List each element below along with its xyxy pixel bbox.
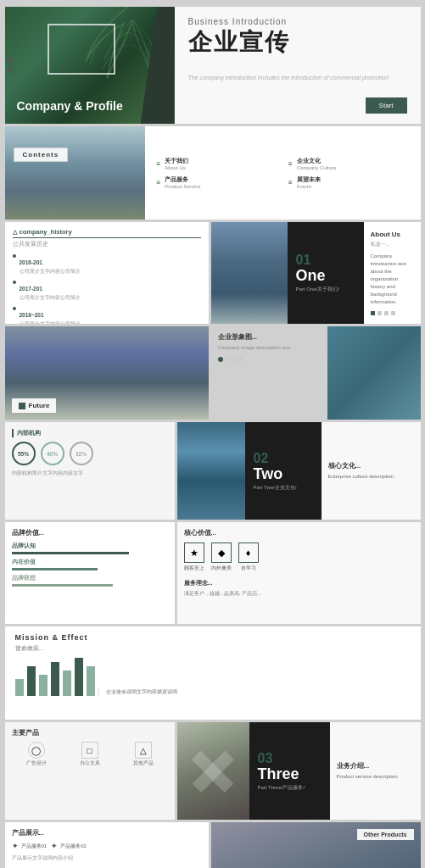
culture-title: 核心价值... (184, 529, 414, 537)
cover-subtitle: The company introduction includes the in… (188, 73, 407, 82)
slide-word-three: Three (258, 766, 322, 782)
circle-3: 32% (70, 442, 93, 465)
contents-icon-1: ≡ (157, 160, 161, 168)
slide-num-02: 02 (254, 451, 313, 466)
inner-text: 内部机构简介文字内容内容文字 (12, 470, 168, 477)
row-inner: 内部机构 55% 40% 32% 内部机构简介文字内容内容文字 02 Two P… (5, 422, 421, 520)
brand-item-3: 品牌联想 (12, 575, 168, 587)
dot-1 (371, 311, 375, 315)
about-img-text: Company image description text (218, 344, 321, 352)
slide-main-left: 主要产品 ◯ 广告设计 □ 办公文具 △ 其他产品 (5, 722, 175, 820)
triangle-icon: △ (13, 229, 17, 236)
slide-two: 02 Two Part Two/企业文化/ 核心文化... Enterprise… (177, 422, 421, 520)
brand-label-2: 内在价值 (12, 559, 168, 566)
chart-bar-3 (39, 675, 48, 696)
about-left-content: 企业形象图... Company image description text (211, 326, 327, 420)
three-right-panel: 业务介绍... Product service description (330, 722, 421, 820)
slide-contents: Contents ≡ 关于我们 About Us ≡ 企业文化 Company … (5, 126, 421, 220)
contents-icon-2: ≡ (288, 160, 293, 168)
mission-title: Mission & Effect (15, 633, 411, 642)
contents-text-4: 展望未来 (297, 175, 321, 184)
slide-num-01: 01 (296, 253, 355, 268)
mountain-image (5, 126, 145, 220)
contents-sub-4: Future (297, 184, 321, 189)
company-label: Company & Profile (17, 99, 123, 114)
chart-bar-1 (15, 679, 24, 696)
timeline-item-3: 2018~201 公司简介文字内容公司简介 (13, 305, 201, 324)
timeline-dot-2 (13, 281, 16, 284)
nav-dot-2 (232, 357, 237, 362)
row-mission: Mission & Effect 使命效应... 企业使命说明文字内容描述说明 (5, 626, 421, 720)
progress-circles: 55% 40% 32% (12, 442, 168, 465)
slide-word-one: One (296, 268, 355, 283)
cover-right-panel: Business Introduction 企业宣传 The company i… (175, 7, 421, 124)
circle-2: 40% (41, 442, 64, 465)
contents-icon-4: ≡ (288, 179, 293, 186)
chart-bar-5 (63, 670, 71, 696)
three-dark-panel: 03 Three Part Three/产品服务/ (249, 722, 330, 820)
three-image (177, 722, 249, 820)
product-2: □ 办公文具 (65, 742, 115, 766)
core-culture-title: 核心文化... (328, 461, 414, 470)
start-button[interactable]: Start (366, 97, 407, 114)
about-cn-label: 私是一... (371, 241, 414, 248)
contents-grid: ≡ 关于我们 About Us ≡ 企业文化 Company Culture ≡ (157, 157, 409, 189)
future-box-icon (19, 403, 25, 409)
history-title: △ company_history (13, 228, 201, 238)
slide-other-products: Other Products (211, 822, 421, 868)
lake-image (211, 222, 288, 324)
slide-brand: 品牌价值... 品牌认知 内在价值 品牌联想 (5, 522, 175, 624)
culture-text: Enterprise culture description (328, 473, 414, 481)
two-subtitle: Part Two/企业文化/ (254, 484, 313, 491)
arrow-right-icon-2 (8, 67, 12, 74)
row-products-other: 产品展示... ✦ 产品服务01 ✦ 产品服务02 产品展示文字说明内容介绍 O… (5, 822, 421, 868)
dot-2 (377, 311, 382, 315)
brand-label-3: 品牌联想 (12, 575, 168, 582)
chart-bar-7 (87, 666, 95, 696)
contents-sub-2: Company Culture (297, 165, 337, 170)
nav-dot-active (218, 357, 223, 362)
culture-label-1: 顾客至上 (184, 565, 204, 572)
slide-product-display: 产品展示... ✦ 产品服务01 ✦ 产品服务02 产品展示文字说明内容介绍 (5, 822, 209, 868)
contents-item-1: ≡ 关于我们 About Us (157, 157, 277, 170)
brand-bar-2 (12, 568, 98, 570)
culture-icon-2: ◆ (211, 542, 232, 563)
service-text: 满足客户，超越...品质高, 产品完... (184, 590, 414, 598)
contents-items: ≡ 关于我们 About Us ≡ 企业文化 Company Culture ≡ (145, 126, 421, 220)
row-three-main: 主要产品 ◯ 广告设计 □ 办公文具 △ 其他产品 (5, 722, 421, 820)
timeline-text-3: 公司简介文字内容公司简介 (20, 320, 81, 324)
biz-intro-text: Product service description (337, 773, 414, 781)
cover-right-top: Business Introduction 企业宣传 (188, 17, 407, 58)
contents-text-1: 关于我们 (165, 157, 188, 165)
slide-one: 01 One Part One/关于我们/ About Us 私是一... Co… (211, 222, 421, 324)
slide-boat: Future (5, 326, 209, 420)
boat-image-container: Future (5, 326, 209, 420)
brand-bar-3 (12, 584, 114, 587)
timeline-dot-1 (13, 254, 16, 258)
slide-inner-left: 内部机构 55% 40% 32% 内部机构简介文字内容内容文字 (5, 422, 175, 520)
brand-bar-1 (12, 552, 129, 554)
row-boat-about: Future 企业形象图... Company image descriptio… (5, 326, 421, 420)
culture-items: ★ 顾客至上 ◆ 内外兼美 ♦ 自学习 (184, 542, 414, 572)
pd-item-1: ✦ 产品服务01 (12, 842, 48, 850)
cover-left-text: Company & Profile (17, 99, 123, 114)
chart-text: 企业使命说明文字内容描述说明 (106, 688, 411, 696)
timeline-year-3: 2018~201 (20, 312, 44, 318)
brand-item-1: 品牌认知 (12, 542, 168, 554)
culture-label-2: 内外兼美 (211, 565, 232, 572)
timeline-item-1: 2016-201 公司简介文字内容公司简介 (13, 253, 201, 275)
timeline-year-2: 2017-201 (20, 286, 42, 292)
product-icon-2: □ (81, 742, 98, 759)
two-dark-panel: 02 Two Part Two/企业文化/ (245, 422, 322, 520)
coast-image (327, 326, 421, 420)
chart-legend: 企业使命说明文字内容描述说明 (98, 688, 411, 696)
slide-cover: Company & Profile Business Introduction … (5, 7, 421, 124)
product-label-3: 其他产品 (133, 760, 154, 766)
product-display-title: 产品展示... (12, 829, 202, 837)
arrow-right-icon (8, 57, 12, 64)
slide-word-two: Two (254, 466, 313, 481)
slide-mission: Mission & Effect 使命效应... 企业使命说明文字内容描述说明 (5, 626, 421, 720)
row-culture: 品牌价值... 品牌认知 内在价值 品牌联想 核心价值... ★ 顾客至上 (5, 522, 421, 624)
biz-intro-label: Business Introduction (188, 17, 407, 26)
pd-label-2: 产品服务02 (60, 843, 87, 850)
